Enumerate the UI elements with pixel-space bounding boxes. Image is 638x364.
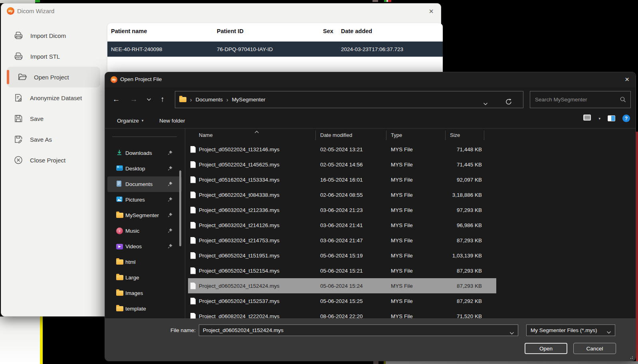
folder-icon xyxy=(116,275,123,280)
file-row[interactable]: Project_d06052024_t151951.mys 05-06-2024… xyxy=(188,248,496,263)
sidebar-item-anonymize-dataset[interactable]: Anonymize Dataset xyxy=(7,87,100,108)
breadcrumb-separator: › xyxy=(190,97,192,103)
sidebar-item-label: Anonymize Dataset xyxy=(30,95,82,101)
file-row[interactable]: Project_d06052024_t152154.mys 05-06-2024… xyxy=(188,263,496,278)
chevron-down-icon xyxy=(606,329,611,335)
svg-text:DICOM: DICOM xyxy=(16,37,21,38)
file-type-select[interactable]: My Segmenter Files (*.mys) xyxy=(526,324,615,336)
file-row[interactable]: Project_d06032024_t212336.mys 03-06-2024… xyxy=(188,202,496,218)
pictures-icon xyxy=(116,196,123,203)
close-icon[interactable]: × xyxy=(429,6,434,16)
save-as-icon xyxy=(13,134,24,144)
file-name-input[interactable] xyxy=(199,325,518,336)
place-mysegmenter[interactable]: MySegmenter xyxy=(107,208,182,223)
col-type[interactable]: Type xyxy=(386,131,446,140)
edge-fragment-red xyxy=(636,132,638,361)
sidebar-item-label: Open Project xyxy=(34,74,69,81)
place-downloads[interactable]: Downloads xyxy=(107,145,182,161)
open-button[interactable]: Open xyxy=(525,343,567,354)
chevron-down-icon xyxy=(147,97,151,101)
search-icon[interactable] xyxy=(620,96,626,105)
svg-text:STL: STL xyxy=(17,57,20,59)
folder-icon xyxy=(116,306,123,311)
col-date-added: Date added xyxy=(337,28,443,34)
file-name-dropdown[interactable] xyxy=(509,329,514,336)
file-icon xyxy=(190,267,196,274)
breadcrumb-mysegmenter[interactable]: MySegmenter xyxy=(232,97,266,103)
file-row-selected[interactable]: Project_d06052024_t152424.mys 05-06-2024… xyxy=(188,278,496,293)
new-folder-label: New folder xyxy=(159,118,185,124)
file-row[interactable]: Project_d06082024_t222024.mys 08-06-2024… xyxy=(188,309,496,318)
edge-fragment xyxy=(0,0,35,3)
sidebar-item-save-as[interactable]: Save As xyxy=(7,129,100,150)
file-row[interactable]: Project_d05022024_t132146.mys 02-05-2024… xyxy=(188,142,496,157)
place-html[interactable]: html xyxy=(107,254,182,270)
wizard-title: Dicom Wizard xyxy=(17,8,54,14)
cancel-button[interactable]: Cancel xyxy=(573,343,616,354)
places-list: Downloads Desktop xyxy=(105,145,185,317)
import-stl-icon: STL xyxy=(13,51,24,62)
forward-button[interactable]: → xyxy=(127,93,140,106)
place-desktop[interactable]: Desktop xyxy=(107,161,182,176)
dialog-body: Downloads Desktop xyxy=(105,129,636,318)
details-view-button[interactable] xyxy=(583,114,591,123)
file-list: Name Date modified Type Size Project_d05… xyxy=(188,129,496,318)
close-icon[interactable]: × xyxy=(625,74,629,85)
sidebar-item-save[interactable]: Save xyxy=(7,108,100,129)
dialog-toolbar: Organize ▾ New folder ▾ ? xyxy=(105,112,636,128)
place-template[interactable]: template xyxy=(107,301,182,317)
dialog-titlebar: My Open Project File × xyxy=(105,72,636,87)
sidebar-item-import-stl[interactable]: STL Import STL xyxy=(7,46,100,67)
open-folder-icon xyxy=(17,72,28,82)
places-scrollbar[interactable] xyxy=(179,170,181,246)
music-icon: ♪ xyxy=(116,228,123,234)
place-large[interactable]: Large xyxy=(107,270,182,285)
file-row[interactable]: Project_d06052024_t152537.mys 05-06-2024… xyxy=(188,293,496,309)
pin-icon xyxy=(167,166,173,172)
file-row[interactable]: Project_d05022024_t145625.mys 02-05-2024… xyxy=(188,157,496,172)
address-dropdown-button[interactable] xyxy=(483,100,488,107)
edge-fragment-gray xyxy=(386,361,638,364)
patient-date: 2024-03-23T17:06:37.723 xyxy=(337,46,443,52)
place-images[interactable]: Images xyxy=(107,285,182,301)
preview-pane-icon[interactable] xyxy=(608,115,615,121)
pin-icon xyxy=(167,243,173,250)
patient-id: 76-DPQ-970410-IAY-ID xyxy=(213,46,319,52)
organize-button[interactable]: Organize ▾ xyxy=(117,115,143,126)
place-pictures[interactable]: Pictures xyxy=(107,192,182,208)
resize-grip[interactable] xyxy=(630,356,633,359)
view-buttons: ▾ ? xyxy=(583,114,630,123)
col-name[interactable]: Name xyxy=(188,131,316,140)
sidebar-item-import-dicom[interactable]: DICOM Import Dicom xyxy=(7,25,100,46)
sidebar-item-close-project[interactable]: Close Project xyxy=(7,150,100,170)
file-row[interactable]: Project_d06032024_t214126.mys 03-06-2024… xyxy=(188,218,496,233)
file-row[interactable]: Project_d05162024_t153334.mys 16-05-2024… xyxy=(188,172,496,187)
patient-row[interactable]: NEE-40-RHT-240098 76-DPQ-970410-IAY-ID 2… xyxy=(107,42,443,57)
col-date-modified[interactable]: Date modified xyxy=(316,131,386,140)
pin-icon xyxy=(167,181,173,188)
file-icon xyxy=(190,237,196,244)
search-input[interactable] xyxy=(530,91,630,108)
search-box xyxy=(530,91,631,108)
refresh-button[interactable] xyxy=(505,98,512,107)
help-icon[interactable]: ? xyxy=(622,115,630,122)
file-row[interactable]: Project_d06032024_t214753.mys 03-06-2024… xyxy=(188,233,496,248)
breadcrumb-documents[interactable]: Documents xyxy=(196,97,223,103)
place-music[interactable]: ♪ Music xyxy=(107,223,182,239)
place-videos[interactable]: ▶ Videos xyxy=(107,239,182,254)
view-dropdown-caret[interactable]: ▾ xyxy=(598,117,600,121)
col-size[interactable]: Size xyxy=(446,131,484,140)
up-button[interactable]: ↑ xyxy=(156,93,169,106)
recent-locations-button[interactable] xyxy=(143,93,155,106)
patient-table: Patient name Patient ID Sex Date added N… xyxy=(107,23,443,79)
back-button[interactable]: ← xyxy=(110,93,123,106)
address-bar[interactable]: › Documents › MySegmenter xyxy=(175,91,523,108)
new-folder-button[interactable]: New folder xyxy=(159,115,185,126)
file-icon xyxy=(190,252,196,259)
place-documents[interactable]: Documents xyxy=(107,176,182,192)
sidebar-item-open-project[interactable]: Open Project xyxy=(7,67,100,87)
file-row[interactable]: Project_d06022024_t084338.mys 02-06-2024… xyxy=(188,187,496,202)
file-icon xyxy=(190,313,196,319)
file-icon xyxy=(190,283,196,289)
open-project-file-dialog: My Open Project File × ← → ↑ › Documents… xyxy=(105,72,636,361)
